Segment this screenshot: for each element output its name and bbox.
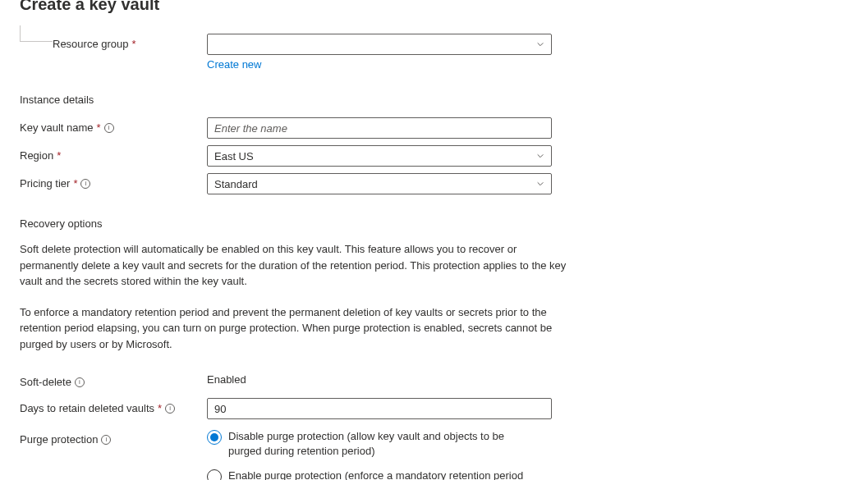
- page-title: Create a key vault: [20, 0, 848, 14]
- info-icon[interactable]: i: [80, 179, 90, 189]
- purge-enable-option[interactable]: Enable purge protection (enforce a manda…: [207, 469, 535, 480]
- purge-enable-label: Enable purge protection (enforce a manda…: [228, 469, 535, 480]
- required-indicator: *: [97, 121, 101, 134]
- instance-details-heading: Instance details: [20, 94, 848, 106]
- pricing-tier-select[interactable]: Standard: [207, 173, 552, 194]
- create-new-link[interactable]: Create new: [207, 58, 261, 71]
- soft-delete-label: Soft-delete: [20, 376, 71, 388]
- radio-icon: [207, 469, 222, 480]
- recovery-options-heading: Recovery options: [20, 217, 848, 230]
- key-vault-name-row: Key vault name * i: [20, 117, 848, 139]
- pricing-tier-row: Pricing tier * i Standard: [20, 173, 848, 194]
- key-vault-name-input[interactable]: [207, 117, 552, 139]
- soft-delete-value: Enabled: [207, 372, 552, 386]
- chevron-down-icon: [536, 152, 544, 160]
- resource-group-label: Resource group: [53, 38, 129, 50]
- radio-icon: [207, 430, 222, 445]
- chevron-down-icon: [536, 180, 544, 188]
- recovery-desc-2: To enforce a mandatory retention period …: [20, 304, 570, 353]
- required-indicator: *: [73, 177, 77, 190]
- info-icon[interactable]: i: [101, 435, 111, 445]
- soft-delete-row: Soft-delete i Enabled: [20, 372, 848, 388]
- region-select[interactable]: East US: [207, 145, 552, 167]
- purge-disable-label: Disable purge protection (allow key vaul…: [228, 429, 535, 459]
- pricing-tier-value: Standard: [214, 178, 258, 190]
- region-label: Region: [20, 149, 53, 162]
- chevron-down-icon: [536, 40, 544, 48]
- region-row: Region * East US: [20, 145, 848, 167]
- tree-connector: [20, 25, 53, 42]
- purge-disable-option[interactable]: Disable purge protection (allow key vaul…: [207, 429, 535, 459]
- days-to-retain-row: Days to retain deleted vaults * i: [20, 398, 848, 419]
- required-indicator: *: [57, 149, 61, 162]
- days-to-retain-input[interactable]: [207, 398, 552, 419]
- days-to-retain-label: Days to retain deleted vaults: [20, 402, 154, 414]
- info-icon[interactable]: i: [165, 404, 175, 414]
- required-indicator: *: [158, 402, 162, 414]
- purge-protection-row: Purge protection i Disable purge protect…: [20, 429, 848, 480]
- info-icon[interactable]: i: [104, 123, 114, 133]
- required-indicator: *: [132, 38, 136, 50]
- pricing-tier-label: Pricing tier: [20, 177, 70, 190]
- key-vault-name-label: Key vault name: [20, 121, 94, 134]
- purge-protection-label: Purge protection: [20, 433, 98, 446]
- purge-protection-radio-group: Disable purge protection (allow key vaul…: [207, 429, 552, 480]
- recovery-desc-1: Soft delete protection will automaticall…: [20, 241, 570, 290]
- resource-group-select[interactable]: [207, 34, 552, 55]
- resource-group-row: Resource group * Create new: [20, 34, 848, 71]
- region-value: East US: [214, 150, 254, 162]
- info-icon[interactable]: i: [75, 377, 85, 387]
